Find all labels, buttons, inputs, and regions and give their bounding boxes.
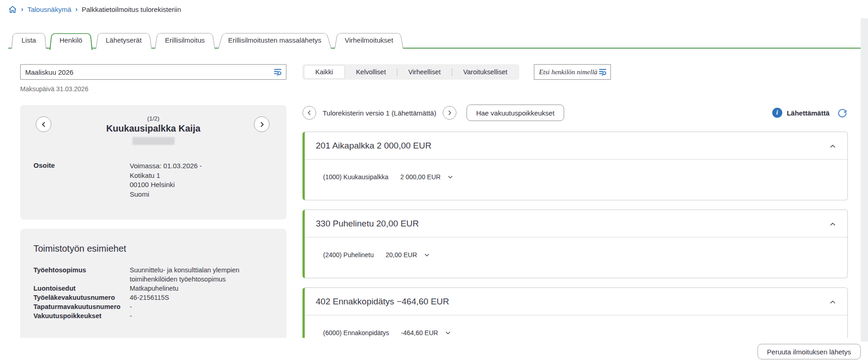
income-card-201: 201 Aikapalkka 2 000,00 EUR (1000) Kuuka… (302, 132, 848, 200)
income-card-330: 330 Puhelinetu 20,00 EUR (2400) Puheline… (302, 210, 848, 278)
filter-varoitukselliset[interactable]: Varoitukselliset (452, 66, 518, 78)
chevron-up-icon[interactable] (830, 142, 835, 150)
filter-controls-row: Kaikki Kelvolliset Virheelliset Varoituk… (302, 64, 848, 80)
tab-henkilo[interactable]: Henkilö (49, 32, 93, 49)
next-person-button[interactable] (254, 116, 269, 132)
version-row: Tulorekisterin versio 1 (Lähettämättä) H… (302, 105, 848, 121)
pay-period-field[interactable] (20, 64, 286, 80)
breadcrumb-separator: › (76, 6, 78, 13)
employment-row: Tapaturmavakuutusnumero - (33, 302, 273, 311)
pay-period-input[interactable] (25, 68, 273, 76)
income-row-code: (2400) Puhelinetu (323, 251, 374, 259)
address-row: Osoite Voimassa: 01.03.2026 - Kotikatu 1… (20, 161, 286, 199)
info-icon[interactable]: i (772, 108, 782, 118)
income-card-body: (6000) Ennakonpidätys -464,60 EUR (305, 315, 847, 336)
income-row[interactable]: (2400) Puhelinetu 20,00 EUR (323, 251, 847, 259)
tab-lista[interactable]: Lista (11, 32, 46, 49)
status-label: Lähettämättä (787, 109, 830, 117)
income-card-body: (1000) Kuukausipalkka 2 000,00 EUR (305, 160, 847, 181)
employment-card: Toimistotyön esimiehet Työehtosopimus Su… (20, 229, 286, 338)
next-version-button[interactable] (443, 106, 456, 120)
breadcrumb-link-talousnakyma[interactable]: Talousnäkymä (27, 6, 71, 13)
redacted-personal-id (132, 137, 175, 145)
cancel-report-send-button[interactable]: Peruuta ilmoituksen lähetys (758, 344, 861, 359)
previous-person-button[interactable] (36, 116, 51, 132)
breadcrumb-separator: › (21, 6, 23, 13)
tab-erillisilmoitusten-massalahetys[interactable]: Erillisilmoitusten massalähetys (218, 32, 331, 49)
employment-title: Toimistotyön esimiehet (33, 243, 273, 254)
income-card-body: (2400) Puhelinetu 20,00 EUR (305, 237, 847, 259)
person-search-input[interactable] (539, 68, 598, 76)
breadcrumb: › Talousnäkymä › Palkkatietoilmoitus tul… (0, 0, 868, 18)
tab-virheilmoitukset[interactable]: Virheilmoitukset (335, 32, 403, 49)
tab-lahetyserat[interactable]: Lähetyserät (96, 32, 152, 49)
income-card-header[interactable]: 330 Puhelinetu 20,00 EUR (305, 210, 847, 237)
employment-row: Työehtosopimus Suunnittelu- ja konsultti… (33, 265, 273, 284)
scrollbar[interactable] (861, 18, 868, 342)
payday-text: Maksupäivä 31.03.2026 (20, 85, 286, 93)
income-row[interactable]: (6000) Ennakonpidätys -464,60 EUR (323, 329, 847, 336)
chevron-up-icon[interactable] (830, 298, 835, 306)
payroll-report-page: › Talousnäkymä › Palkkatietoilmoitus tul… (0, 0, 868, 364)
tab-bar: Lista Henkilö Lähetyserät Erillisilmoitu… (11, 32, 403, 49)
person-pager: (1/2) (20, 115, 286, 122)
validity-filter: Kaikki Kelvolliset Virheelliset Varoituk… (302, 64, 519, 80)
person-search-field[interactable] (534, 64, 611, 80)
send-status: i Lähettämättä (772, 105, 848, 121)
breadcrumb-current-page: Palkkatietoilmoitus tulorekisteriin (82, 6, 181, 13)
list-search-icon[interactable] (598, 67, 607, 77)
income-row[interactable]: (1000) Kuukausipalkka 2 000,00 EUR (323, 173, 847, 181)
fetch-insurance-exceptions-button[interactable]: Hae vakuutuspoikkeukset (467, 105, 564, 121)
chevron-down-icon[interactable] (424, 254, 429, 257)
filter-kaikki[interactable]: Kaikki (304, 66, 344, 78)
employment-row: Vakuutuspoikkeukset - (33, 311, 273, 320)
income-row-code: (1000) Kuukausipalkka (323, 173, 388, 181)
left-column: Maksupäivä 31.03.2026 (1/2) Kuukausipalk… (20, 49, 286, 338)
tab-panel-henkilo: Maksupäivä 31.03.2026 (1/2) Kuukausipalk… (8, 49, 861, 338)
filter-kelvolliset[interactable]: Kelvolliset (345, 66, 397, 78)
previous-version-button[interactable] (302, 106, 316, 120)
version-text: Tulorekisterin versio 1 (Lähettämättä) (323, 109, 436, 117)
right-column: Kaikki Kelvolliset Virheelliset Varoituk… (302, 49, 848, 338)
chevron-down-icon[interactable] (445, 331, 450, 335)
employment-row: Luontoisedut Matkapuhelinetu (33, 284, 273, 293)
income-card-title: 330 Puhelinetu 20,00 EUR (316, 219, 419, 229)
home-icon[interactable] (8, 5, 17, 14)
address-label: Osoite (33, 161, 130, 199)
refresh-icon[interactable] (837, 107, 848, 118)
chevron-up-icon[interactable] (830, 220, 835, 228)
income-card-header[interactable]: 201 Aikapalkka 2 000,00 EUR (305, 132, 847, 160)
income-row-amount: 20,00 EUR (386, 251, 417, 259)
income-card-header[interactable]: 402 Ennakkopidätys −464,60 EUR (305, 288, 847, 315)
list-search-icon[interactable] (273, 67, 282, 77)
income-card-402: 402 Ennakkopidätys −464,60 EUR (6000) En… (302, 287, 848, 338)
tab-erillisilmoitus[interactable]: Erillisilmoitus (155, 32, 215, 49)
income-row-code: (6000) Ennakonpidätys (323, 329, 389, 336)
income-card-title: 402 Ennakkopidätys −464,60 EUR (316, 297, 449, 307)
person-card: (1/2) Kuukausipalkka Kaija Osoite Voimas… (20, 105, 286, 220)
filter-virheelliset[interactable]: Virheelliset (397, 66, 452, 78)
income-card-title: 201 Aikapalkka 2 000,00 EUR (316, 141, 431, 151)
person-name: Kuukausipalkka Kaija (20, 123, 286, 134)
chevron-down-icon[interactable] (448, 176, 453, 179)
employment-row: Työeläkevakuutusnumero 46-2156115S (33, 293, 273, 302)
income-row-amount: -464,60 EUR (401, 329, 438, 336)
income-row-amount: 2 000,00 EUR (400, 173, 440, 181)
footer-bar: Peruuta ilmoituksen lähetys (0, 342, 868, 364)
address-value: Voimassa: 01.03.2026 - Kotikatu 1 00100 … (130, 161, 286, 199)
